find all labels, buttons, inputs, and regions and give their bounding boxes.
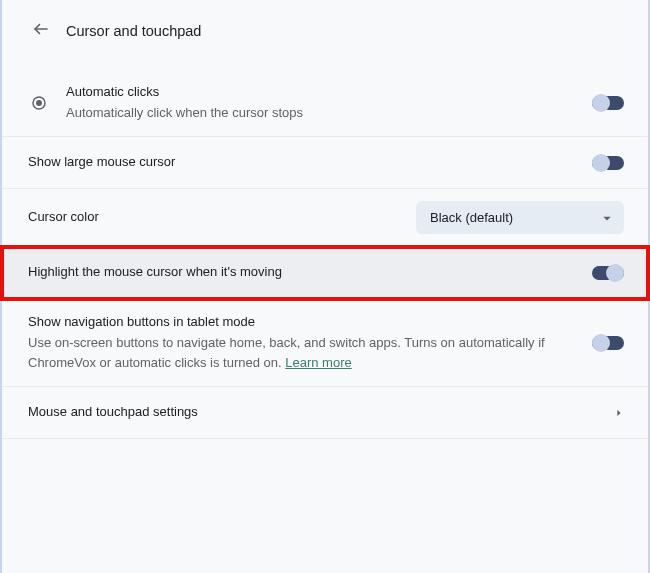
arrow-left-icon <box>32 20 50 41</box>
select-value: Black (default) <box>430 210 513 225</box>
settings-list: Automatic clicks Automatically click whe… <box>2 67 648 439</box>
row-large-cursor[interactable]: Show large mouse cursor <box>2 137 648 189</box>
highlight-cursor-toggle[interactable] <box>592 266 624 280</box>
row-automatic-clicks[interactable]: Automatic clicks Automatically click whe… <box>2 69 648 137</box>
caret-down-icon <box>598 209 616 230</box>
row-label: Highlight the mouse cursor when it's mov… <box>28 263 580 282</box>
row-content: Show navigation buttons in tablet mode U… <box>28 313 592 372</box>
row-content: Cursor color <box>28 208 416 227</box>
row-content: Mouse and touchpad settings <box>28 403 614 422</box>
row-sublabel: Automatically click when the cursor stop… <box>66 103 564 123</box>
nav-buttons-toggle[interactable] <box>592 336 624 350</box>
row-sublabel: Use on-screen buttons to navigate home, … <box>28 333 580 372</box>
row-label: Cursor color <box>28 208 404 227</box>
row-label: Automatic clicks <box>66 83 564 102</box>
row-highlight-cursor[interactable]: Highlight the mouse cursor when it's mov… <box>2 247 648 299</box>
back-button[interactable] <box>30 18 52 43</box>
row-content: Show large mouse cursor <box>28 153 592 172</box>
row-mouse-settings[interactable]: Mouse and touchpad settings <box>2 387 648 439</box>
page-title: Cursor and touchpad <box>66 23 201 39</box>
row-nav-buttons[interactable]: Show navigation buttons in tablet mode U… <box>2 299 648 387</box>
row-label: Show large mouse cursor <box>28 153 580 172</box>
automatic-clicks-toggle[interactable] <box>592 96 624 110</box>
page-header: Cursor and touchpad <box>2 0 648 53</box>
row-label: Mouse and touchpad settings <box>28 403 602 422</box>
row-cursor-color: Cursor color Black (default) <box>2 189 648 247</box>
cursor-color-select[interactable]: Black (default) <box>416 201 624 234</box>
row-label: Show navigation buttons in tablet mode <box>28 313 580 332</box>
svg-point-2 <box>37 100 42 105</box>
row-content: Highlight the mouse cursor when it's mov… <box>28 263 592 282</box>
row-content: Automatic clicks Automatically click whe… <box>66 83 576 122</box>
learn-more-link[interactable]: Learn more <box>285 355 351 370</box>
large-cursor-toggle[interactable] <box>592 156 624 170</box>
settings-page: Cursor and touchpad Automatic clicks Aut… <box>0 0 650 573</box>
target-icon <box>28 94 50 112</box>
chevron-right-icon <box>614 404 624 422</box>
